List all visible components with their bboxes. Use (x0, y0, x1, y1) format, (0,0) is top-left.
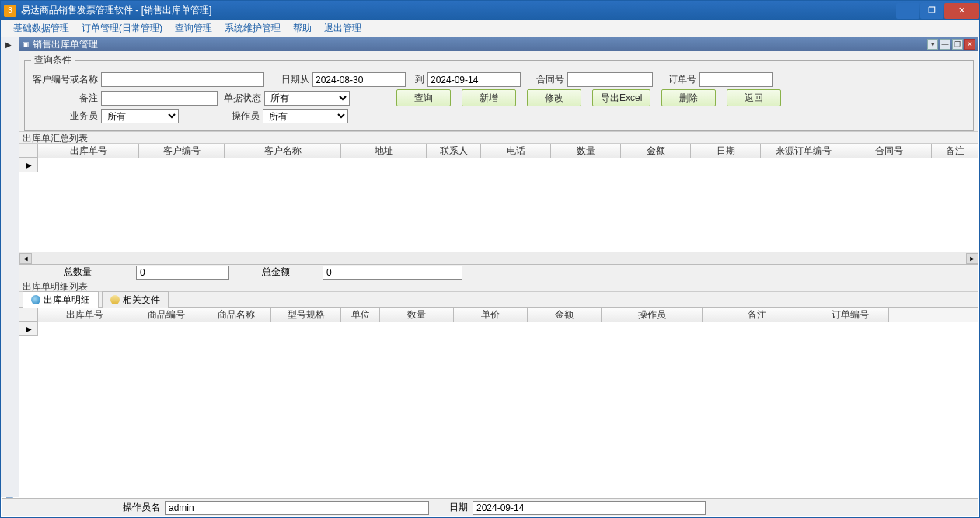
menu-system[interactable]: 系统维护管理 (218, 20, 287, 37)
col-contact[interactable]: 联系人 (427, 144, 481, 158)
gutter-arrow-icon[interactable]: ▶ (5, 40, 12, 49)
summary-grid-header: 出库单号 客户编号 客户名称 地址 联系人 电话 数量 金额 日期 来源订单编号… (19, 144, 978, 158)
delete-button[interactable]: 删除 (661, 89, 716, 106)
col-contract[interactable]: 合同号 (846, 144, 932, 158)
col-amount[interactable]: 金额 (621, 144, 691, 158)
operator-select[interactable]: 所有 (263, 109, 348, 123)
order-input[interactable] (699, 72, 773, 87)
date-to-input[interactable] (427, 72, 521, 87)
menu-order[interactable]: 订单管理(日常管理) (75, 20, 169, 37)
col-qty[interactable]: 数量 (551, 144, 621, 158)
close-button[interactable]: ✕ (944, 3, 979, 19)
summary-grid-scrollbar[interactable]: ◄ ► (19, 252, 978, 264)
col-customer-no[interactable]: 客户编号 (139, 144, 225, 158)
summary-section-bar: 出库单汇总列表 (19, 131, 978, 144)
subwindow-header: ▣ 销售出库单管理 ▾ — ❐ ✕ (19, 37, 978, 51)
date-from-input[interactable] (312, 72, 406, 87)
summary-grid-body[interactable]: ▶ (19, 158, 978, 252)
query-legend: 查询条件 (31, 54, 75, 67)
menubar: 基础数据管理 订单管理(日常管理) 查询管理 系统维护管理 帮助 退出管理 (1, 20, 979, 37)
total-amt-label: 总金额 (262, 266, 290, 279)
subwindow-min-button[interactable]: ▾ (927, 39, 938, 50)
date-from-label: 日期从 (275, 73, 312, 86)
current-row-marker[interactable]: ▶ (19, 158, 38, 172)
status-date-label: 日期 (445, 501, 473, 514)
dcol-qty[interactable]: 数量 (380, 308, 454, 322)
export-button[interactable]: 导出Excel (592, 89, 650, 106)
date-to-label: 到 (413, 73, 427, 86)
tab-detail-label: 出库单明细 (44, 294, 90, 307)
subwindow-max-button[interactable]: ❐ (952, 39, 963, 50)
subwindow-close-button[interactable]: ✕ (964, 39, 975, 50)
edit-button[interactable]: 修改 (527, 89, 581, 106)
col-remark[interactable]: 备注 (932, 144, 978, 158)
scroll-left-icon[interactable]: ◄ (19, 253, 32, 264)
new-button[interactable]: 新增 (462, 89, 516, 106)
tab-files[interactable]: 相关文件 (102, 291, 169, 308)
col-src-order[interactable]: 来源订单编号 (761, 144, 846, 158)
col-phone[interactable]: 电话 (481, 144, 551, 158)
main-window: 3 易达商品销售发票管理软件 - [销售出库单管理] — ❐ ✕ 基础数据管理 … (0, 0, 980, 518)
dcol-outbound-no[interactable]: 出库单号 (38, 308, 131, 322)
main-column: ▣ 销售出库单管理 ▾ — ❐ ✕ 查询条件 客户编号或名称 日期从 到 (19, 37, 978, 497)
dcol-order-no[interactable]: 订单编号 (811, 308, 889, 322)
detail-tabs: 出库单明细 相关文件 (19, 292, 978, 308)
total-qty-value (136, 266, 229, 280)
dcol-operator[interactable]: 操作员 (602, 308, 703, 322)
col-outbound-no[interactable]: 出库单号 (38, 144, 139, 158)
dcol-unit[interactable]: 单位 (341, 308, 380, 322)
summary-grid: 出库单号 客户编号 客户名称 地址 联系人 电话 数量 金额 日期 来源订单编号… (19, 144, 978, 264)
dcol-product-no[interactable]: 商品编号 (131, 308, 201, 322)
subwindow-title: 销售出库单管理 (33, 38, 98, 51)
remark-input[interactable] (101, 91, 218, 106)
col-date[interactable]: 日期 (691, 144, 761, 158)
doc-status-select[interactable]: 所有 (264, 91, 350, 106)
menu-basic-data[interactable]: 基础数据管理 (7, 20, 75, 37)
dcol-amount[interactable]: 金额 (528, 308, 602, 322)
col-customer-name[interactable]: 客户名称 (225, 144, 341, 158)
customer-input[interactable] (101, 72, 264, 87)
doc-status-label: 单据状态 (218, 92, 264, 105)
detail-grid: 出库单号 商品编号 商品名称 型号规格 单位 数量 单价 金额 操作员 备注 订… (19, 308, 978, 497)
salesman-label: 业务员 (31, 110, 101, 123)
sidebar-gutter: ▶ 切回操作 (1, 37, 19, 497)
maximize-button[interactable]: ❐ (920, 3, 943, 19)
search-button[interactable]: 查询 (396, 89, 451, 106)
titlebar: 3 易达商品销售发票管理软件 - [销售出库单管理] — ❐ ✕ (1, 1, 979, 20)
contract-label: 合同号 (530, 73, 567, 86)
dcol-remark[interactable]: 备注 (703, 308, 811, 322)
content-area: ▶ 切回操作 ▣ 销售出库单管理 ▾ — ❐ ✕ 查询条件 客户编号或名称 日期… (1, 37, 978, 497)
total-amt-value (323, 266, 462, 280)
customer-label: 客户编号或名称 (31, 73, 101, 86)
scroll-right-icon[interactable]: ► (966, 253, 978, 264)
status-date-value (473, 501, 706, 515)
dcol-price[interactable]: 单价 (454, 308, 528, 322)
menu-help[interactable]: 帮助 (287, 20, 318, 37)
back-button[interactable]: 返回 (727, 89, 781, 106)
minimize-button[interactable]: — (896, 3, 919, 19)
dcol-product-name[interactable]: 商品名称 (201, 308, 271, 322)
dcol-spec[interactable]: 型号规格 (271, 308, 341, 322)
tab-files-label: 相关文件 (123, 294, 160, 307)
document-icon (110, 295, 120, 304)
row-selector-header (19, 144, 38, 158)
tab-detail[interactable]: 出库单明细 (23, 291, 99, 308)
detail-current-row-marker[interactable]: ▶ (19, 322, 38, 336)
salesman-select[interactable]: 所有 (101, 109, 179, 123)
subwindow-min2-button[interactable]: — (940, 39, 950, 50)
detail-row-selector-header (19, 308, 38, 322)
operator-label: 操作员 (219, 110, 263, 123)
order-label: 订单号 (662, 73, 699, 86)
col-address[interactable]: 地址 (341, 144, 427, 158)
detail-grid-body[interactable]: ▶ (19, 322, 978, 497)
menu-query[interactable]: 查询管理 (169, 20, 218, 37)
window-title: 易达商品销售发票管理软件 - [销售出库单管理] (21, 4, 895, 17)
subwindow-mark-icon: ▣ (23, 40, 30, 48)
detail-grid-header: 出库单号 商品编号 商品名称 型号规格 单位 数量 单价 金额 操作员 备注 订… (19, 308, 978, 322)
query-fieldset: 查询条件 客户编号或名称 日期从 到 合同号 订单号 (24, 54, 974, 131)
menu-exit[interactable]: 退出管理 (318, 20, 368, 37)
status-operator-label: 操作员名 (118, 501, 165, 514)
contract-input[interactable] (567, 72, 653, 87)
total-qty-label: 总数量 (64, 266, 92, 279)
app-icon: 3 (4, 5, 16, 17)
